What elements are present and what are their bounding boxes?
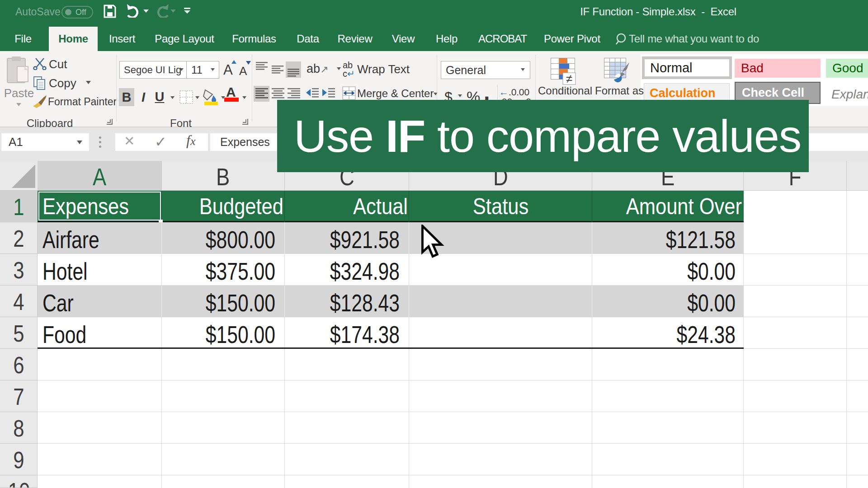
svg-text:≠: ≠	[566, 72, 572, 85]
